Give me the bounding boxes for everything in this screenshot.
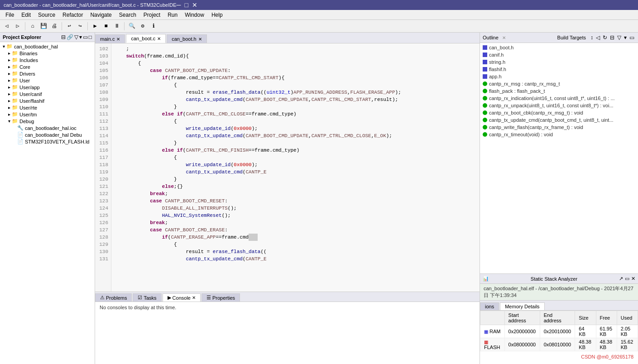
menu-item-edit[interactable]: Edit — [18, 11, 34, 19]
tree-item[interactable]: ▸📁User/rte — [0, 104, 95, 111]
tree-item[interactable]: ▸📁Binaries — [0, 50, 95, 57]
tab-can-boot-h[interactable]: can_boot.h ✕ — [167, 34, 206, 43]
toolbar-btn-7[interactable]: ↪ — [75, 21, 85, 31]
tree-item[interactable]: ▸📁User/app — [0, 84, 95, 91]
menu-item-source[interactable]: Source — [34, 11, 59, 19]
outline-collapse-icon[interactable]: ⊟ — [609, 34, 615, 41]
menu-item-help[interactable]: Help — [208, 11, 226, 19]
tree-item[interactable]: 📄STM32F103VETX_FLASH.ld — [0, 138, 95, 145]
toolbar-btn-6[interactable]: ↩ — [64, 21, 74, 31]
analyzer-minimize-icon[interactable]: ▭ — [625, 276, 629, 282]
toolbar-btn-4[interactable]: 💾 — [38, 21, 48, 31]
tree-item[interactable]: ▸📁User/canif — [0, 91, 95, 97]
tab-ions[interactable]: ions — [480, 302, 499, 310]
menu-item-navigate[interactable]: Navigate — [86, 11, 115, 19]
tab-main-c-close[interactable]: ✕ — [116, 37, 120, 42]
line-number: 108 — [98, 89, 108, 96]
code-editor[interactable]: 1021031041051061071081091101111121131141… — [95, 43, 480, 292]
tab-problems[interactable]: ⚠ Problems — [95, 293, 132, 302]
line-number: 107 — [98, 81, 108, 89]
outline-member-icon — [483, 103, 487, 108]
search-button[interactable]: 🔍 — [127, 21, 137, 31]
tree-item[interactable]: ▸📁Includes — [0, 57, 95, 63]
outline-item[interactable]: cantp_rx_boot_cbk(cantp_rx_msg_t) : void — [480, 109, 638, 116]
tab-can-boot-h-close[interactable]: ✕ — [198, 37, 202, 42]
outline-item[interactable]: cantp_rx_timeout(void) : void — [480, 131, 638, 138]
outline-item[interactable]: app.h — [480, 73, 638, 80]
toolbar-btn-10[interactable]: ⏸ — [112, 21, 122, 31]
collapse-all-icon[interactable]: ⊟ — [61, 34, 66, 40]
outline-member-icon — [483, 96, 487, 101]
maximize-panel-icon[interactable]: □ — [89, 34, 92, 40]
menu-item-refactor[interactable]: Refactor — [59, 11, 86, 19]
toolbar-btn-3[interactable]: ⌂ — [28, 21, 38, 31]
window-controls[interactable]: ─ □ ✕ — [177, 1, 197, 9]
tree-item[interactable]: ▸📁User/flashif — [0, 97, 95, 104]
code-line: case CANTP_BOOT_CMD_ERASE: — [114, 226, 477, 234]
outline-item[interactable]: string.h — [480, 58, 638, 66]
tab-main-c[interactable]: main.c ✕ — [95, 34, 125, 43]
outline-title: Outline — [483, 35, 499, 40]
outline-item[interactable]: flashif.h — [480, 66, 638, 73]
toolbar-btn-12[interactable]: ℹ — [149, 21, 158, 31]
menu-item-file[interactable]: File — [2, 11, 18, 19]
tree-item[interactable]: ▸📁User — [0, 77, 95, 84]
outline-item[interactable]: cantp_rx_indication(uint16_t, const uint… — [480, 95, 638, 102]
toolbar-btn-9[interactable]: ■ — [101, 21, 111, 31]
outline-sync-icon[interactable]: ↻ — [602, 34, 608, 41]
tree-item[interactable]: ▸📁Drivers — [0, 70, 95, 77]
tab-console[interactable]: ▶ Console ✕ — [163, 293, 201, 302]
maximize-button[interactable]: □ — [184, 1, 188, 9]
toolbar-btn-11[interactable]: ⚙ — [138, 21, 148, 31]
outline-filter-icon[interactable]: ▽ — [616, 34, 622, 41]
outline-item[interactable]: can_boot.h — [480, 44, 638, 51]
tree-item[interactable]: ▸📁User/tm — [0, 111, 95, 118]
outline-menu-icon[interactable]: ▾ — [623, 34, 628, 41]
analyzer-export-icon[interactable]: ↗ — [619, 276, 623, 282]
outline-item[interactable]: cantp_rx_unpack(uint8_t, uint16_t, const… — [480, 102, 638, 109]
outline-hide-icon[interactable]: ◁ — [595, 34, 601, 41]
tab-can-boot-c[interactable]: can_boot.c ✕ — [126, 34, 166, 43]
tab-memory-details[interactable]: Memory Details — [500, 302, 544, 310]
tab-can-boot-c-close[interactable]: ✕ — [157, 36, 161, 41]
outline-item[interactable]: cantp_rx_msg : cantp_rx_msg_t — [480, 80, 638, 87]
tab-console-close[interactable]: ✕ — [192, 295, 196, 300]
outline-close-icon[interactable]: ✕ — [502, 35, 506, 40]
code-line: cantp_tx_update_cmd(CANTP_BOOT_CMD_UPDAT… — [114, 96, 477, 103]
outline-minimize-icon[interactable]: ▭ — [628, 34, 635, 41]
toolbar-btn-1[interactable]: ◁ — [2, 21, 12, 31]
code-content[interactable]: ; switch(frame.cmd_id){ { case CANTP_BOO… — [111, 43, 480, 292]
tree-item[interactable]: ▾📁Debug — [0, 118, 95, 125]
toolbar-btn-2[interactable]: ▷ — [13, 21, 23, 31]
toolbar-btn-5[interactable]: 🖨 — [49, 21, 59, 31]
menu-item-project[interactable]: Project — [140, 11, 164, 19]
menu-item-search[interactable]: Search — [115, 11, 140, 19]
project-explorer-title: Project Explorer — [3, 34, 41, 40]
memory-start: 0x08000000 — [504, 338, 540, 351]
line-number: 130 — [98, 248, 108, 255]
minimize-panel-icon[interactable]: ▭ — [83, 34, 88, 40]
code-line: if(frame.cmd_type==CANTP_CTRL_CMD_START)… — [114, 74, 477, 81]
outline-item[interactable]: canif.h — [480, 51, 638, 58]
tree-item[interactable]: 📄can_bootloader_hal Debu — [0, 131, 95, 138]
outline-item[interactable]: flash_pack : flash_pack_t — [480, 87, 638, 95]
close-button[interactable]: ✕ — [192, 1, 197, 9]
outline-item[interactable]: cantp_write_flash(cantp_rx_frame_t) : vo… — [480, 124, 638, 131]
tab-tasks[interactable]: ☑ Tasks — [133, 293, 161, 302]
view-menu-icon[interactable]: ▾ — [79, 34, 82, 40]
menu-item-window[interactable]: Window — [181, 11, 208, 19]
analyzer-close-icon[interactable]: ✕ — [631, 276, 635, 282]
tab-properties[interactable]: ☰ Properties — [201, 293, 240, 302]
tree-item[interactable]: ▾📁can_bootloader_hal — [0, 43, 95, 50]
toolbar-btn-8[interactable]: ▶ — [90, 21, 100, 31]
line-number: 111 — [98, 110, 108, 118]
outline-item[interactable]: cantp_tx_update_cmd(cantp_boot_cmd_t, ui… — [480, 116, 638, 124]
outline-member-icon — [483, 89, 487, 93]
minimize-button[interactable]: ─ — [177, 1, 181, 9]
tree-item[interactable]: ▸📁Core — [0, 63, 95, 70]
filter-icon[interactable]: ▽ — [74, 34, 78, 40]
menu-item-run[interactable]: Run — [164, 11, 181, 19]
outline-sort-icon[interactable]: ↕ — [590, 34, 594, 41]
tree-item[interactable]: 🔧can_bootloader_hal.ioc — [0, 125, 95, 131]
link-editor-icon[interactable]: 🔗 — [67, 34, 73, 40]
